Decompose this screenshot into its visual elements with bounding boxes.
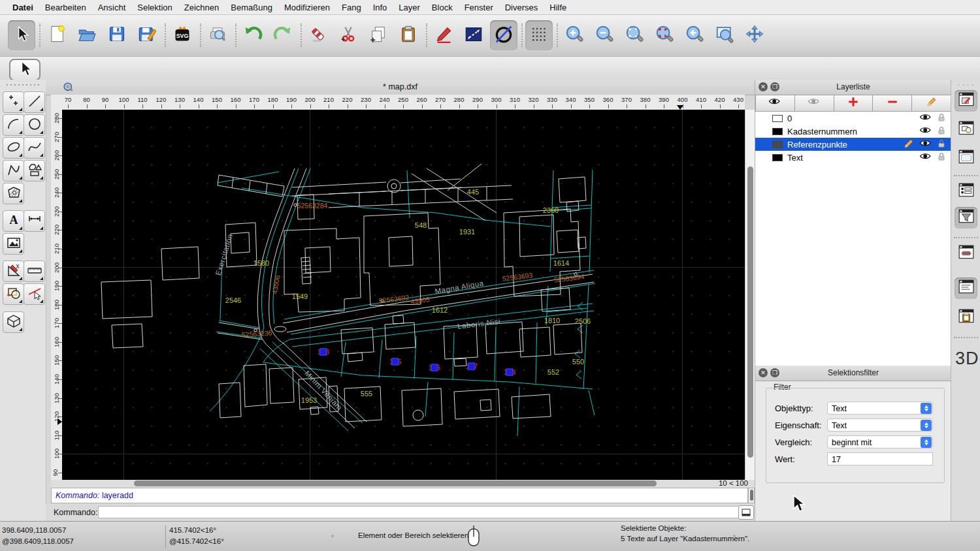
cut-button[interactable] bbox=[335, 20, 362, 50]
menu-ansicht[interactable]: Ansicht bbox=[92, 0, 132, 15]
layer-color-swatch[interactable] bbox=[772, 115, 783, 122]
history-scrollbar[interactable] bbox=[748, 488, 755, 503]
modify-tools-button[interactable] bbox=[3, 260, 24, 282]
save-as-button[interactable] bbox=[133, 20, 161, 50]
layer-row-Kadasternummern[interactable]: Kadasternummern bbox=[755, 125, 951, 138]
zoom-window-button[interactable] bbox=[711, 20, 738, 50]
print-preview-button[interactable] bbox=[204, 20, 231, 50]
selection-filter-dock-button[interactable] bbox=[955, 207, 977, 228]
image-tool-button[interactable] bbox=[3, 233, 24, 255]
menu-fang[interactable]: Fang bbox=[336, 0, 367, 15]
block-tools-button[interactable] bbox=[3, 283, 24, 305]
copy-button[interactable] bbox=[365, 20, 392, 50]
trim-tools-button[interactable] bbox=[24, 283, 45, 305]
filter-dropdown[interactable]: Text bbox=[827, 418, 933, 432]
draw-settings-button[interactable] bbox=[430, 20, 457, 50]
dimension-tools-button[interactable] bbox=[24, 210, 45, 232]
history-scrollbar-thumb[interactable] bbox=[750, 490, 753, 501]
hide-all-layers-button[interactable] bbox=[795, 95, 834, 112]
pan-button[interactable] bbox=[741, 20, 768, 50]
command-input[interactable] bbox=[98, 506, 742, 518]
canvas-horizontal-scrollbar[interactable]: 10 < 100 bbox=[51, 480, 755, 488]
circle-tools-button[interactable] bbox=[24, 114, 45, 136]
zoom-previous-button[interactable] bbox=[681, 20, 708, 50]
svg-export-button[interactable]: SVG bbox=[169, 20, 196, 50]
menu-diverses[interactable]: Diverses bbox=[499, 0, 544, 15]
menu-datei[interactable]: Datei bbox=[7, 0, 39, 15]
new-file-button[interactable] bbox=[43, 20, 71, 50]
dimension-settings-button[interactable] bbox=[460, 20, 487, 50]
3d-dock-label[interactable]: 3D bbox=[955, 349, 979, 369]
drawing-canvas[interactable]: 4452360548193116141580154925461612181025… bbox=[62, 110, 745, 480]
ellipse-tools-button[interactable] bbox=[3, 137, 24, 159]
layer-row-Referenzpunkte[interactable]: Referenzpunkte bbox=[755, 138, 951, 151]
save-button[interactable] bbox=[103, 20, 131, 50]
palette-drag-handle[interactable] bbox=[5, 84, 41, 86]
layer-row-Text[interactable]: Text bbox=[755, 151, 951, 164]
zoom-selection-button[interactable] bbox=[651, 20, 678, 50]
menu-zeichnen[interactable]: Zeichnen bbox=[178, 0, 225, 15]
vscroll-thumb[interactable] bbox=[747, 166, 753, 458]
property-editor-dock-button[interactable] bbox=[955, 90, 977, 112]
menu-fenster[interactable]: Fenster bbox=[459, 0, 499, 15]
open-file-button[interactable] bbox=[73, 20, 101, 50]
filter-value-input[interactable]: 17 bbox=[827, 452, 933, 465]
shape-tools-button[interactable] bbox=[24, 160, 45, 181]
hscroll-thumb[interactable] bbox=[134, 480, 657, 486]
redo-button[interactable] bbox=[269, 20, 297, 50]
menu-block[interactable]: Block bbox=[426, 0, 459, 15]
layer-color-swatch[interactable] bbox=[772, 128, 783, 135]
edit-layer-icon[interactable] bbox=[903, 138, 915, 151]
layer-lock-icon[interactable] bbox=[937, 138, 946, 151]
view-list-dock-button[interactable] bbox=[955, 148, 977, 169]
text-tool-button[interactable]: A bbox=[3, 210, 24, 232]
layer-lock-icon[interactable] bbox=[937, 151, 946, 164]
command-widget-toggle-button[interactable] bbox=[738, 505, 754, 520]
remove-layer-button[interactable] bbox=[873, 95, 912, 112]
edit-layer-button[interactable] bbox=[912, 95, 951, 112]
add-layer-button[interactable] bbox=[834, 95, 874, 112]
filter-dropdown[interactable]: Text bbox=[827, 401, 933, 415]
auto-zoom-button[interactable] bbox=[621, 20, 648, 50]
measure-tools-button[interactable] bbox=[24, 260, 45, 282]
restrict-off-button[interactable] bbox=[490, 20, 517, 50]
canvas-vertical-scrollbar[interactable] bbox=[745, 110, 755, 480]
layer-visibility-icon[interactable] bbox=[919, 150, 932, 165]
block-list-dock-button[interactable] bbox=[955, 119, 977, 140]
zoom-out-button[interactable] bbox=[591, 20, 618, 50]
hatch-tool-button[interactable] bbox=[3, 183, 24, 204]
command-line-dock-button[interactable] bbox=[955, 277, 977, 299]
layer-color-swatch[interactable] bbox=[772, 141, 783, 148]
paste-button[interactable] bbox=[395, 20, 422, 50]
layer-color-swatch[interactable] bbox=[772, 154, 783, 161]
layer-list-dock-button[interactable] bbox=[955, 181, 977, 202]
selection-tool-button[interactable] bbox=[8, 20, 35, 50]
library-browser-dock-button[interactable] bbox=[955, 243, 977, 264]
point-tools-button[interactable] bbox=[3, 91, 24, 113]
grid-toggle-button[interactable] bbox=[525, 20, 553, 50]
solid-tools-button[interactable] bbox=[3, 311, 24, 333]
dropdown-stepper-icon[interactable] bbox=[921, 420, 932, 431]
line-tools-button[interactable] bbox=[24, 91, 45, 113]
menu-bemaßung[interactable]: Bemaßung bbox=[225, 0, 278, 15]
spline-tools-button[interactable] bbox=[24, 137, 45, 159]
polyline-tools-button[interactable] bbox=[3, 160, 24, 181]
dropdown-stepper-icon[interactable] bbox=[921, 437, 932, 448]
selection-tool-button-2[interactable] bbox=[9, 59, 41, 81]
menu-info[interactable]: Info bbox=[367, 0, 393, 15]
menu-bearbeiten[interactable]: Bearbeiten bbox=[39, 0, 92, 15]
show-all-layers-button[interactable] bbox=[755, 95, 795, 112]
clipboard-dock-button[interactable] bbox=[955, 307, 977, 328]
zoom-in-button[interactable] bbox=[561, 20, 588, 50]
dropdown-stepper-icon[interactable] bbox=[921, 403, 932, 414]
layer-lock-icon[interactable] bbox=[937, 125, 946, 138]
layer-row-0[interactable]: 0 bbox=[755, 112, 951, 125]
layer-lock-icon[interactable] bbox=[937, 112, 946, 125]
menu-layer[interactable]: Layer bbox=[393, 0, 426, 15]
dock-strip-handle[interactable] bbox=[956, 84, 976, 86]
filter-dropdown[interactable]: beginnt mit bbox=[827, 435, 933, 449]
delete-button[interactable] bbox=[304, 20, 332, 50]
arc-tools-button[interactable] bbox=[3, 114, 24, 136]
menu-selektion[interactable]: Selektion bbox=[131, 0, 178, 15]
menu-modifizieren[interactable]: Modifizieren bbox=[278, 0, 336, 15]
